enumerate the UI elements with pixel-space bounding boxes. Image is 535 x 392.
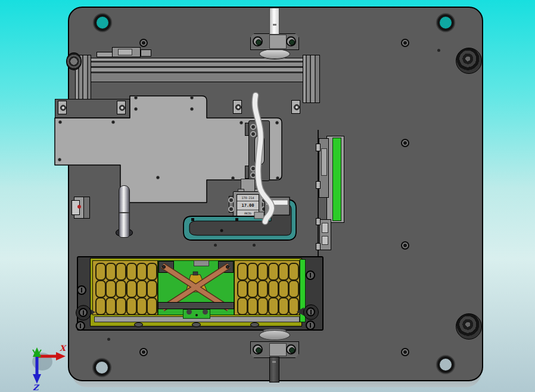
tray-slot xyxy=(237,263,248,281)
bottom-pedestal xyxy=(259,330,290,340)
tray-slot xyxy=(126,280,137,298)
top-post-notch xyxy=(273,24,276,26)
top-post[interactable] xyxy=(269,8,279,35)
strip-mount-inner xyxy=(321,148,327,176)
extrusion-rail-horizontal[interactable] xyxy=(75,58,320,82)
tray-slot xyxy=(105,297,116,315)
tray-slot xyxy=(105,280,116,298)
tray-slot xyxy=(136,280,147,298)
wedge-notch xyxy=(193,272,198,275)
tray-slot xyxy=(268,280,279,298)
tray-slot xyxy=(136,297,147,315)
tray-assembly[interactable] xyxy=(77,256,324,331)
tray-slot xyxy=(95,263,106,281)
bearing-block[interactable] xyxy=(291,100,300,114)
tray-slot xyxy=(95,297,106,315)
tray-slot xyxy=(278,297,289,315)
tray-slot xyxy=(247,297,258,315)
x-axis-arrowhead xyxy=(56,352,66,360)
lower-clip-insert xyxy=(322,236,328,245)
cad-viewport[interactable]: 178-214 17.00 AK3b xyxy=(0,0,535,392)
air-tube[interactable] xyxy=(255,95,272,222)
bearing-block[interactable] xyxy=(117,101,126,114)
subplate-screw xyxy=(58,158,61,161)
bottom-clamp-center xyxy=(269,343,287,356)
dowel-hole-bottom-right xyxy=(437,356,454,373)
clamp-screw xyxy=(286,344,296,354)
tray-slot xyxy=(95,280,106,298)
clamp-screw xyxy=(253,344,263,354)
subplate-screw xyxy=(231,176,235,180)
tab-notch xyxy=(186,309,192,315)
teal-frame-screw xyxy=(235,218,238,221)
tab-screw xyxy=(195,314,198,316)
air-tube-svg xyxy=(241,88,280,226)
frame-slot-screw xyxy=(77,285,86,295)
dowel-hole-bottom-left xyxy=(94,359,110,376)
z-axis-arrowhead xyxy=(33,374,41,384)
tray-slot xyxy=(126,297,137,315)
tray-slot xyxy=(257,263,268,281)
extrusion-post-right[interactable] xyxy=(303,55,320,103)
bearing-screw-icon xyxy=(60,105,66,111)
plate-screw xyxy=(401,241,409,250)
tray-slot xyxy=(136,263,147,281)
strip-mount-tab xyxy=(316,181,321,189)
tray-slot xyxy=(288,280,299,298)
teal-frame-screw xyxy=(191,218,194,221)
bearing-block[interactable] xyxy=(233,100,242,114)
pull-handle[interactable] xyxy=(119,185,130,238)
tray-slot xyxy=(116,280,126,298)
frame-foot xyxy=(250,322,259,327)
tray-left[interactable] xyxy=(92,260,158,315)
board-lower-bar xyxy=(158,302,234,309)
rail-connector-end xyxy=(141,49,151,57)
strap-screw xyxy=(226,266,229,269)
frame-slot-screw xyxy=(76,321,85,331)
lower-clip-insert xyxy=(322,223,328,233)
frame-slot-screw xyxy=(306,270,315,280)
strap-screw xyxy=(163,266,166,269)
clamp-slot-screw xyxy=(79,308,88,317)
strip-mount-tab xyxy=(316,144,321,151)
rail-connector-plate xyxy=(97,52,113,57)
pin-hole xyxy=(437,49,440,52)
frame-slot-screw xyxy=(306,321,315,330)
x-axis-label: X xyxy=(60,344,67,353)
tray-slot xyxy=(268,297,279,315)
rail-connector-insert xyxy=(118,49,132,55)
edge-sensor-step xyxy=(83,197,90,219)
tray-slot xyxy=(288,297,299,315)
subplate-screw xyxy=(111,120,115,124)
top-clamp-center xyxy=(269,35,287,49)
bearing-screw-icon xyxy=(294,104,300,110)
counterbore-hole-right-top xyxy=(456,48,482,74)
subplate-screw xyxy=(134,96,138,99)
tray-slot xyxy=(147,263,157,281)
plate-screw xyxy=(401,39,409,47)
dowel-hole-top-right xyxy=(437,14,454,31)
tray-slot xyxy=(247,280,258,298)
clamp-screw xyxy=(253,36,263,46)
tray-slot xyxy=(147,297,157,315)
green-sensor-strip[interactable] xyxy=(332,138,341,221)
tab-notch xyxy=(203,309,208,315)
pin-hole xyxy=(107,338,110,341)
tray-slot xyxy=(257,280,268,298)
tray-slot xyxy=(257,297,268,315)
bearing-block[interactable] xyxy=(58,101,67,114)
subplate-screw xyxy=(190,107,194,111)
tray-slot xyxy=(126,263,137,281)
sensor-led xyxy=(77,205,81,209)
tray-slot xyxy=(247,263,258,281)
rail-shaft-end xyxy=(66,52,82,70)
lower-clip-tab xyxy=(316,218,321,225)
tray-right[interactable] xyxy=(234,260,300,315)
tray-slot xyxy=(105,263,116,281)
subplate-screw xyxy=(156,176,160,179)
tube-fitting xyxy=(254,212,264,219)
tray-slot xyxy=(268,263,279,281)
subplate-screw xyxy=(190,96,194,99)
counterbore-hole-right-bottom xyxy=(456,313,482,340)
tray-slot xyxy=(116,263,126,281)
